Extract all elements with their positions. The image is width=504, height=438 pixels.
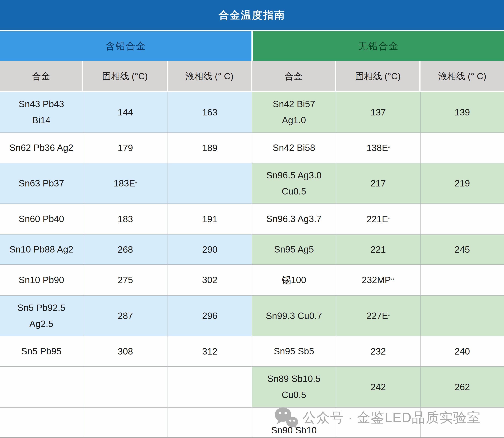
table-cell: 138E* (336, 133, 420, 163)
table-cell: 268 (83, 234, 168, 265)
table-cell-alloy: Sn89 Sb10.5 Cu0.5 (252, 367, 336, 407)
table-cell (168, 163, 252, 204)
table-cell: 137 (336, 92, 420, 133)
alloy-table: 合金 固相线 (°C) 液相线 (° C) 合金 固相线 (°C) 液相线 (°… (0, 61, 504, 438)
table-cell: 275 (83, 265, 168, 296)
table-cell (168, 367, 252, 407)
table-cell: 232 (336, 336, 420, 367)
table-cell-alloy: Sn99.3 Cu0.7 (252, 296, 336, 336)
column-header-liquidus-left: 液相线 (° C) (168, 61, 252, 92)
table-cell: 183E* (83, 163, 168, 204)
table-cell: 302 (168, 265, 252, 296)
table-cell (420, 204, 504, 234)
table-cell-alloy: Sn5 Pb92.5 Ag2.5 (0, 296, 83, 336)
table-cell: 287 (83, 296, 168, 336)
table-cell: 221E* (336, 204, 420, 234)
table-cell-alloy: 锡100 (252, 265, 336, 296)
table-cell: 139 (420, 92, 504, 133)
table-cell-alloy (0, 367, 83, 407)
table-cell-alloy: Sn10 Pb88 Ag2 (0, 234, 83, 265)
table-cell-alloy: Sn96.5 Ag3.0 Cu0.5 (252, 163, 336, 204)
page-title: 合金温度指南 (219, 8, 285, 22)
table-cell: 163 (168, 92, 252, 133)
section-header-leaded: 含铅合金 (0, 31, 252, 61)
column-header-solidus-left: 固相线 (°C) (83, 61, 168, 92)
table-cell (420, 296, 504, 336)
table-cell: 179 (83, 133, 168, 163)
table-cell: 232MP** (336, 265, 420, 296)
table-cell (336, 407, 420, 438)
table-cell-alloy (0, 407, 83, 438)
table-cell-alloy: Sn62 Pb36 Ag2 (0, 133, 83, 163)
column-header-liquidus-right: 液相线 (° C) (420, 61, 504, 92)
table-cell-alloy: Sn42 Bi57 Ag1.0 (252, 92, 336, 133)
table-cell: 290 (168, 234, 252, 265)
table-cell-alloy: Sn95 Sb5 (252, 336, 336, 367)
column-header-alloy-left: 合金 (0, 61, 83, 92)
table-cell: 221 (336, 234, 420, 265)
table-cell: 296 (168, 296, 252, 336)
table-cell: 245 (420, 234, 504, 265)
table-cell-alloy: Sn60 Pb40 (0, 204, 83, 234)
table-cell: 144 (83, 92, 168, 133)
table-cell-alloy: Sn5 Pb95 (0, 336, 83, 367)
table-cell: 312 (168, 336, 252, 367)
title-bar: 合金温度指南 (0, 0, 504, 30)
table-cell: 217 (336, 163, 420, 204)
table-cell-alloy: Sn10 Pb90 (0, 265, 83, 296)
table-cell: 219 (420, 163, 504, 204)
column-header-alloy-right: 合金 (252, 61, 336, 92)
section-headers: 含铅合金 无铅合金 (0, 31, 504, 61)
table-cell-alloy: Sn42 Bi58 (252, 133, 336, 163)
alloy-temperature-guide: 合金温度指南 含铅合金 无铅合金 合金 固相线 (°C) 液相线 (° C) 合… (0, 0, 504, 438)
table-cell (420, 265, 504, 296)
table-cell (420, 133, 504, 163)
table-cell (420, 407, 504, 438)
table-cell: 262 (420, 367, 504, 407)
table-cell-alloy: Sn63 Pb37 (0, 163, 83, 204)
table-cell (83, 367, 168, 407)
table-cell (83, 407, 168, 438)
table-cell-alloy: Sn43 Pb43 Bi14 (0, 92, 83, 133)
table-cell: 189 (168, 133, 252, 163)
table-cell-alloy: Sn96.3 Ag3.7 (252, 204, 336, 234)
table-cell: 242 (336, 367, 420, 407)
column-header-solidus-right: 固相线 (°C) (336, 61, 420, 92)
section-header-leadfree: 无铅合金 (253, 31, 504, 61)
table-cell-alloy: Sn95 Ag5 (252, 234, 336, 265)
table-cell: 240 (420, 336, 504, 367)
table-cell-alloy: Sn90 Sb10 (252, 407, 336, 438)
table-bottom-border (0, 437, 504, 438)
table-cell: 227E* (336, 296, 420, 336)
table-cell: 183 (83, 204, 168, 234)
table-cell (168, 407, 252, 438)
table-cell: 191 (168, 204, 252, 234)
table-cell: 308 (83, 336, 168, 367)
